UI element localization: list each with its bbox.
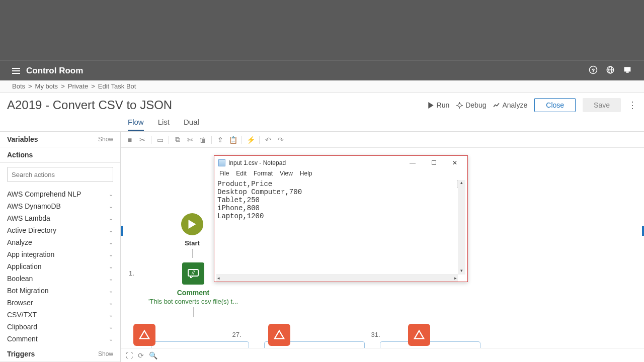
action-item[interactable]: Boolean⌄: [0, 273, 120, 285]
tab-flow[interactable]: Flow: [128, 118, 144, 131]
chevron-down-icon: ⌄: [109, 227, 113, 234]
analyze-button[interactable]: Analyze: [493, 101, 527, 109]
disable-icon[interactable]: ⚡: [247, 136, 255, 144]
more-menu-icon[interactable]: ⋮: [628, 100, 637, 111]
chevron-down-icon: ⌄: [109, 300, 113, 306]
comment-label: Comment: [148, 289, 238, 297]
action-item[interactable]: App integration⌄: [0, 248, 120, 260]
action-item[interactable]: Bot Migration⌄: [0, 285, 120, 297]
hamburger-icon[interactable]: [12, 68, 20, 74]
maximize-button[interactable]: ☐: [423, 157, 444, 169]
page-title: A2019 - Convert CSV to JSON: [7, 98, 172, 112]
chevron-down-icon: ⌄: [109, 203, 113, 210]
action-item[interactable]: Active Directory⌄: [0, 224, 120, 236]
notepad-title: Input 1.csv - Notepad: [228, 159, 286, 166]
start-node[interactable]: Start: [181, 213, 203, 260]
search-input[interactable]: [7, 167, 113, 182]
step-number: 31.: [371, 331, 380, 338]
chevron-down-icon: ⌄: [109, 191, 113, 198]
chevron-down-icon: ⌄: [109, 263, 113, 270]
warning-icon: [408, 324, 430, 346]
undo-icon[interactable]: ↶: [264, 136, 272, 144]
crumb-private[interactable]: Private: [68, 82, 88, 90]
tab-dual[interactable]: Dual: [184, 118, 199, 131]
crumb-bots[interactable]: Bots: [12, 82, 25, 90]
show-triggers[interactable]: Show: [98, 350, 113, 357]
notepad-window[interactable]: Input 1.csv - Notepad — ☐ ✕ File Edit Fo…: [214, 155, 468, 282]
action-item[interactable]: AWS DynamoDB⌄: [0, 200, 120, 212]
redo-icon[interactable]: ↷: [277, 136, 285, 144]
svg-rect-6: [626, 72, 629, 73]
menu-view[interactable]: View: [280, 170, 293, 180]
panel-handle-left[interactable]: [121, 226, 123, 236]
monitor-icon[interactable]: [623, 65, 632, 76]
upload-icon[interactable]: ⇪: [216, 136, 224, 144]
notepad-icon: [218, 159, 225, 166]
app-title: Control Room: [26, 66, 83, 76]
chevron-down-icon: ⌄: [109, 288, 113, 294]
globe-icon[interactable]: [606, 65, 615, 76]
panel-handle-right[interactable]: [642, 226, 644, 236]
select-icon[interactable]: ▭: [156, 136, 164, 144]
run-button[interactable]: Run: [428, 101, 450, 109]
menu-edit[interactable]: Edit: [236, 170, 247, 180]
title-bar: A2019 - Convert CSV to JSON Run Debug An…: [0, 93, 644, 118]
crumb-current: Edit Task Bot: [98, 82, 136, 90]
fit-icon[interactable]: ⟳: [138, 351, 144, 359]
crumb-mybots[interactable]: My bots: [35, 82, 58, 90]
comment-icon: //: [182, 262, 204, 285]
action-list[interactable]: AWS Comprehend NLP⌄ AWS DynamoDB⌄ AWS La…: [0, 186, 120, 346]
fullscreen-icon[interactable]: ⛶: [126, 351, 133, 359]
left-sidebar: Variables Show Actions AWS Comprehend NL…: [0, 132, 121, 362]
record-icon[interactable]: ■: [126, 136, 134, 144]
action-item[interactable]: CSV/TXT⌄: [0, 309, 120, 321]
canvas-toolbar: ■ ✂ ▭ ⧉ ✄ 🗑 ⇪ 📋 ⚡ ↶ ↷: [121, 132, 644, 148]
chevron-down-icon: ⌄: [109, 324, 113, 330]
action-item[interactable]: Clipboard⌄: [0, 321, 120, 333]
action-item[interactable]: AWS Comprehend NLP⌄: [0, 188, 120, 200]
notepad-titlebar[interactable]: Input 1.csv - Notepad — ☐ ✕: [214, 156, 467, 170]
show-variables[interactable]: Show: [98, 136, 113, 143]
play-icon: [181, 213, 203, 235]
zoom-icon[interactable]: 🔍: [149, 351, 157, 359]
close-button[interactable]: ✕: [444, 157, 465, 169]
notepad-menu: File Edit Format View Help: [214, 170, 467, 180]
svg-point-7: [458, 104, 461, 107]
action-item[interactable]: Application⌄: [0, 260, 120, 273]
paste-icon[interactable]: 📋: [229, 136, 237, 144]
cut-icon[interactable]: ✄: [186, 136, 194, 144]
actions-section: Actions: [0, 147, 120, 163]
zoom-toolbar: ⛶ ⟳ 🔍: [121, 348, 644, 362]
save-button[interactable]: Save: [583, 98, 621, 112]
arrows-icon[interactable]: ✂: [138, 136, 146, 144]
menu-help[interactable]: Help: [300, 170, 312, 180]
action-item[interactable]: Browser⌄: [0, 297, 120, 309]
horizontal-scrollbar[interactable]: ◂ ▸: [216, 275, 458, 282]
copy-icon[interactable]: ⧉: [174, 136, 182, 144]
action-item[interactable]: AWS Lambda⌄: [0, 212, 120, 224]
delete-icon[interactable]: 🗑: [199, 136, 207, 144]
scroll-down-icon[interactable]: ▾: [458, 268, 465, 275]
chevron-down-icon: ⌄: [109, 239, 113, 246]
close-button[interactable]: Close: [534, 98, 576, 112]
tab-list[interactable]: List: [158, 118, 170, 131]
chevron-down-icon: ⌄: [109, 336, 113, 342]
menu-format[interactable]: Format: [254, 170, 273, 180]
scroll-up-icon[interactable]: ▴: [458, 180, 465, 187]
start-label: Start: [181, 239, 203, 247]
menu-file[interactable]: File: [219, 170, 229, 180]
notepad-textarea[interactable]: Product,Price Desktop Computer,700 Table…: [216, 180, 465, 275]
svg-rect-5: [624, 67, 630, 71]
view-tabs: Flow List Dual: [0, 118, 644, 132]
help-icon[interactable]: ?: [589, 65, 598, 76]
action-item[interactable]: Analyze⌄: [0, 236, 120, 248]
action-item[interactable]: Comment⌄: [0, 333, 120, 345]
comment-description: 'This bot converts csv file(s) t...: [148, 298, 238, 305]
app-header: Control Room ?: [0, 60, 644, 80]
triggers-section[interactable]: Triggers Show: [0, 346, 120, 362]
debug-button[interactable]: Debug: [456, 101, 486, 109]
chevron-down-icon: ⌄: [109, 276, 113, 282]
variables-section[interactable]: Variables Show: [0, 132, 120, 147]
minimize-button[interactable]: —: [402, 157, 423, 169]
warning-icon: [268, 324, 290, 346]
